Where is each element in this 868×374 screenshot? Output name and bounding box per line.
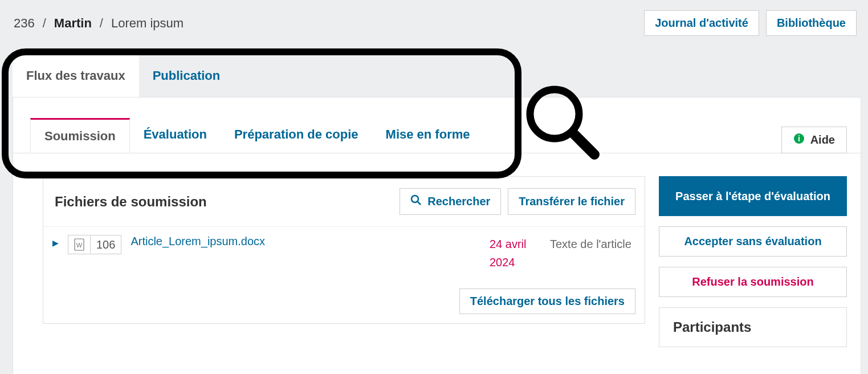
file-badge: W 106	[68, 235, 121, 254]
breadcrumb-separator: /	[100, 16, 103, 31]
tab-publication[interactable]: Publication	[139, 55, 234, 97]
breadcrumb: 236 / Martin / Lorem ipsum	[14, 16, 184, 31]
submission-files-box: Fichiers de soumission Rechercher Transf…	[43, 176, 645, 324]
word-doc-icon: W	[68, 236, 91, 253]
svg-line-5	[418, 202, 421, 205]
expand-triangle-icon[interactable]: ▶	[52, 238, 59, 247]
tab-production[interactable]: Mise en forme	[372, 118, 484, 153]
tab-copyediting[interactable]: Préparation de copie	[221, 118, 372, 153]
send-to-review-button[interactable]: Passer à l'étape d'évaluation	[659, 176, 847, 216]
file-name-link[interactable]: Article_Lorem_ipsum.docx	[131, 235, 480, 248]
search-files-button[interactable]: Rechercher	[400, 188, 501, 215]
file-id: 106	[91, 236, 121, 254]
breadcrumb-id[interactable]: 236	[14, 16, 35, 31]
tab-submission[interactable]: Soumission	[30, 118, 130, 153]
accept-skip-review-button[interactable]: Accepter sans évaluation	[659, 226, 847, 257]
content-area: Fichiers de soumission Rechercher Transf…	[13, 153, 861, 347]
participants-box: Participants	[659, 307, 847, 347]
file-date: 24 avril 2024	[490, 235, 541, 271]
top-bar: 236 / Martin / Lorem ipsum Journal d'act…	[0, 0, 868, 53]
decline-submission-button[interactable]: Refuser la soumission	[659, 267, 847, 297]
breadcrumb-title[interactable]: Lorem ipsum	[111, 16, 184, 31]
outer-tab-row: Flux des travaux Publication	[0, 53, 868, 97]
svg-text:W: W	[76, 242, 83, 249]
left-column: Fichiers de soumission Rechercher Transf…	[43, 176, 645, 347]
workflow-panel: Soumission Évaluation Préparation de cop…	[13, 97, 861, 374]
search-files-label: Rechercher	[427, 195, 490, 208]
upload-file-button[interactable]: Transférer le fichier	[508, 188, 635, 215]
top-actions: Journal d'activité Bibliothèque	[644, 10, 857, 36]
file-type: Texte de l'article	[550, 235, 635, 253]
tab-workflow[interactable]: Flux des travaux	[13, 53, 139, 97]
participants-title: Participants	[673, 319, 751, 335]
files-header-buttons: Rechercher Transférer le fichier	[400, 188, 635, 215]
info-icon: i	[793, 133, 805, 147]
inner-tab-row: Soumission Évaluation Préparation de cop…	[13, 118, 484, 153]
inner-tab-row-wrapper: Soumission Évaluation Préparation de cop…	[13, 118, 861, 153]
svg-text:i: i	[798, 134, 800, 143]
files-header: Fichiers de soumission Rechercher Transf…	[43, 177, 645, 227]
right-column: Passer à l'étape d'évaluation Accepter s…	[659, 176, 847, 347]
tab-evaluation[interactable]: Évaluation	[130, 118, 221, 153]
activity-log-button[interactable]: Journal d'activité	[644, 10, 759, 36]
files-title: Fichiers de soumission	[55, 194, 207, 210]
file-row: ▶ W 106 Article_Lorem_ipsum.docx 24 avri…	[43, 227, 645, 279]
search-icon	[410, 194, 422, 209]
breadcrumb-author[interactable]: Martin	[54, 16, 92, 31]
breadcrumb-separator: /	[43, 16, 46, 31]
download-all-button[interactable]: Télécharger tous les fichiers	[459, 288, 635, 314]
files-footer: Télécharger tous les fichiers	[43, 279, 645, 323]
help-label: Aide	[810, 133, 835, 147]
library-button[interactable]: Bibliothèque	[766, 10, 857, 36]
svg-point-4	[411, 196, 418, 202]
help-button[interactable]: i Aide	[781, 127, 847, 153]
